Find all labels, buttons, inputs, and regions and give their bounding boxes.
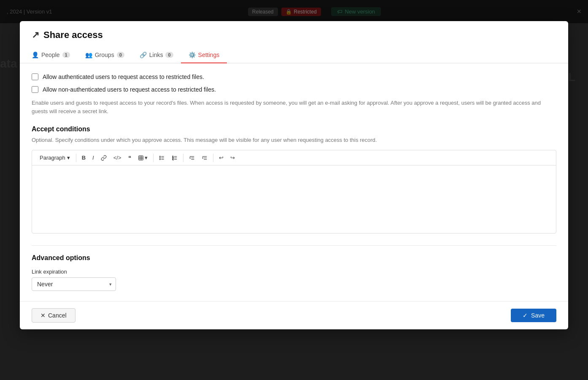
groups-icon: 👥 [85,52,92,58]
indent-button[interactable] [199,153,210,163]
tab-groups[interactable]: 👥 Groups 0 [78,47,132,63]
checkmark-icon: ✓ [523,312,528,319]
toolbar-separator-3 [183,154,183,162]
checkbox-row-2: Allow non-authenticated users to request… [32,86,556,93]
access-helper-text: Enable users and guests to request acces… [32,99,556,115]
advanced-options-title: Advanced options [32,254,556,262]
modal-body: Allow authenticated users to request acc… [20,63,568,301]
modal-footer: ✕ Cancel ✓ Save [20,301,568,329]
checkbox-row-1: Allow authenticated users to request acc… [32,73,556,80]
modal-title: ↗ Share access [32,30,103,41]
bullet-list-button[interactable] [156,153,168,163]
link-expiration-label: Link expiration [32,269,556,275]
svg-point-8 [159,156,160,157]
rich-text-editor: Paragraph ▾ B I </> ❝ ▾ [32,150,556,233]
outdent-button[interactable] [186,153,198,163]
svg-point-9 [159,157,160,158]
cancel-button[interactable]: ✕ Cancel [32,308,76,323]
link-expiration-field: Link expiration Never 1 day 7 days 30 da… [32,269,556,291]
save-button[interactable]: ✓ Save [511,309,556,322]
blockquote-button[interactable]: ❝ [125,153,134,163]
x-icon: ✕ [40,312,46,319]
tab-links[interactable]: 🔗 Links 0 [132,47,181,63]
checkbox-authenticated[interactable] [32,73,38,80]
table-chevron: ▾ [145,155,148,161]
italic-button[interactable]: I [89,153,97,163]
code-button[interactable]: </> [111,153,124,163]
toolbar-separator-2 [153,154,154,162]
share-icon: ↗ [32,30,39,41]
settings-icon: ⚙️ [189,52,196,58]
ordered-list-button[interactable]: 1.2.3. [169,153,181,163]
svg-text:3.: 3. [172,158,173,160]
section-divider [32,245,556,246]
modal-tabs: 👤 People 1 👥 Groups 0 🔗 Links 0 ⚙️ Setti… [20,47,568,63]
modal-header: ↗ Share access [20,21,568,41]
accept-conditions-title: Accept conditions [32,125,556,133]
share-access-modal: ↗ Share access 👤 People 1 👥 Groups 0 🔗 L… [20,21,568,329]
editor-content-area[interactable] [32,166,556,233]
undo-button[interactable]: ↩ [216,153,227,163]
chevron-down-icon: ▾ [67,155,70,161]
toolbar-separator-1 [76,154,76,162]
redo-button[interactable]: ↪ [227,153,238,163]
editor-toolbar: Paragraph ▾ B I </> ❝ ▾ [32,150,556,166]
link-expiration-wrapper: Never 1 day 7 days 30 days 90 days ▾ [32,277,116,291]
checkbox-non-authenticated-label: Allow non-authenticated users to request… [43,86,216,93]
toolbar-separator-4 [213,154,213,162]
checkbox-authenticated-label: Allow authenticated users to request acc… [43,73,204,80]
checkbox-non-authenticated[interactable] [32,86,38,93]
link-expiration-select[interactable]: Never 1 day 7 days 30 days 90 days [32,277,116,291]
tab-settings[interactable]: ⚙️ Settings [181,47,227,63]
link-button[interactable] [98,153,110,163]
table-button[interactable]: ▾ [135,153,151,163]
person-icon: 👤 [32,52,39,58]
svg-point-10 [159,159,160,160]
tab-people[interactable]: 👤 People 1 [32,47,78,63]
bold-button[interactable]: B [79,153,89,163]
svg-rect-0 [138,155,143,160]
links-icon: 🔗 [140,52,147,58]
paragraph-dropdown[interactable]: Paragraph ▾ [36,153,73,163]
accept-conditions-desc: Optional. Specify conditions under which… [32,136,556,144]
